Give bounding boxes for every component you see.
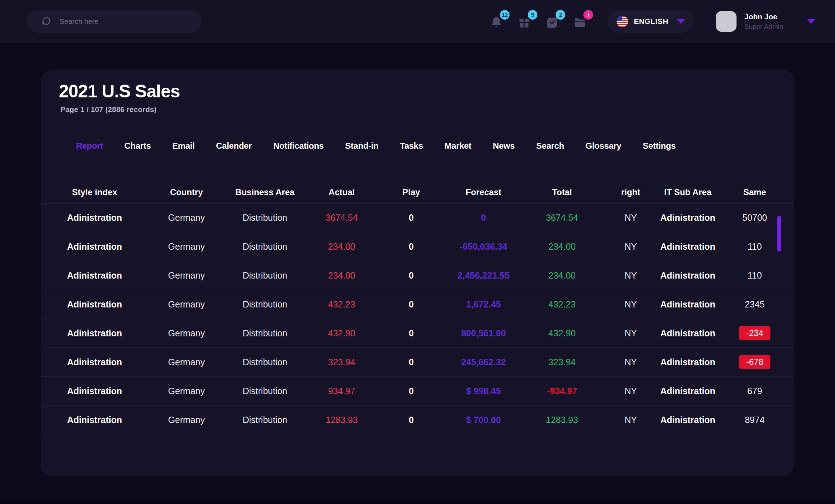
cell-style-index: Adinistration [41, 241, 148, 252]
check-square-button[interactable]: 2 [545, 14, 561, 29]
search-input[interactable] [59, 17, 189, 26]
tab-settings[interactable]: Settings [643, 141, 675, 151]
cell-forecast: $ 998.45 [444, 386, 523, 396]
chevron-down-icon [677, 19, 685, 24]
user-menu[interactable]: John Joe Super Admin [716, 11, 815, 32]
cell-country: Germany [148, 241, 225, 252]
cell-it-sub-area: Adinistration [660, 415, 715, 425]
cell-play: 0 [378, 213, 444, 223]
cell-total: 432.23 [523, 299, 601, 310]
cell-forecast: -650,036.34 [444, 241, 523, 252]
cell-country: Germany [148, 386, 225, 396]
cell-actual: 432.90 [305, 328, 378, 338]
cell-it-sub-area: Adinistration [660, 386, 715, 396]
table-row[interactable]: AdinistrationGermanyDistribution323.9402… [41, 348, 794, 377]
column-header-forecast: Forecast [444, 187, 523, 197]
cell-play: 0 [378, 270, 444, 281]
language-label: ENGLISH [634, 17, 668, 26]
cell-actual: 323.94 [305, 357, 378, 367]
tab-news[interactable]: News [493, 141, 515, 151]
cell-forecast: 1,672.45 [444, 299, 523, 310]
cell-actual: 234.00 [305, 241, 378, 252]
cell-same: 110 [715, 241, 794, 252]
column-header-play: Play [378, 187, 444, 197]
cell-business-area: Distribution [225, 357, 305, 367]
cell-forecast: 245,662.32 [444, 357, 523, 367]
cell-right: NY [601, 328, 660, 338]
cell-country: Germany [148, 270, 225, 281]
column-header-style-index: Style index [41, 187, 148, 197]
table-row[interactable]: AdinistrationGermanyDistribution3674.540… [41, 203, 794, 232]
cell-same: 2345 [715, 299, 794, 310]
column-header-same: Same [715, 187, 794, 197]
cell-business-area: Distribution [225, 213, 305, 223]
user-text: John Joe Super Admin [744, 12, 791, 31]
notification-badge: 2 [556, 10, 565, 20]
table-row[interactable]: AdinistrationGermanyDistribution234.0002… [41, 261, 794, 290]
tab-notifications[interactable]: Notifications [273, 141, 324, 151]
cell-style-index: Adinistration [41, 328, 148, 338]
cell-same: 110 [715, 270, 794, 281]
chevron-down-icon [807, 19, 815, 24]
cell-total: 3674.54 [523, 213, 601, 223]
bottom-strip [0, 500, 835, 504]
column-header-it-sub-area: IT Sub Area [660, 187, 715, 197]
cell-style-index: Adinistration [41, 270, 148, 281]
us-flag-icon [617, 16, 628, 27]
search-bar[interactable] [27, 10, 202, 33]
tab-report[interactable]: Report [76, 141, 103, 151]
content-card: 2021 U.S Sales Page 1 / 107 (2886 record… [41, 70, 794, 476]
table-row[interactable]: AdinistrationGermanyDistribution1283.930… [41, 406, 794, 434]
cell-business-area: Distribution [225, 241, 305, 252]
tab-bar: ReportChartsEmailCalenderNotificationsSt… [76, 141, 675, 151]
topbar: 1252! ENGLISH John Joe Super Admin [0, 0, 835, 43]
column-header-country: Country [148, 187, 225, 197]
bell-button[interactable]: 12 [490, 14, 505, 29]
cell-total: 234.00 [523, 241, 601, 252]
cell-same: -678 [715, 355, 794, 369]
cell-style-index: Adinistration [41, 299, 148, 310]
tab-glossary[interactable]: Glossary [586, 141, 621, 151]
tab-stand-in[interactable]: Stand-in [345, 141, 379, 151]
cell-forecast: 800,561.00 [444, 328, 523, 338]
cell-total: 1283.93 [523, 415, 601, 425]
tab-search[interactable]: Search [536, 141, 564, 151]
cell-country: Germany [148, 357, 225, 367]
cell-play: 0 [378, 299, 444, 310]
cell-forecast: $ 700.00 [444, 415, 523, 425]
folder-button[interactable]: ! [573, 14, 589, 29]
cell-business-area: Distribution [225, 270, 305, 281]
cell-play: 0 [378, 357, 444, 367]
user-role: Super Admin [744, 23, 791, 31]
table-row[interactable]: AdinistrationGermanyDistribution234.000-… [41, 232, 794, 261]
cell-play: 0 [378, 386, 444, 396]
cell-actual: 3674.54 [305, 213, 378, 223]
cell-right: NY [601, 357, 660, 367]
cell-it-sub-area: Adinistration [660, 213, 715, 223]
column-header-business-area: Business Area [225, 187, 305, 197]
cell-forecast: 2,456,221.55 [444, 270, 523, 281]
cell-it-sub-area: Adinistration [660, 299, 715, 310]
scrollbar-thumb[interactable] [777, 216, 781, 251]
table-row[interactable]: AdinistrationGermanyDistribution432.9008… [41, 319, 794, 348]
cell-play: 0 [378, 415, 444, 425]
cell-country: Germany [148, 213, 225, 223]
table-header: Style indexCountryBusiness AreaActualPla… [41, 181, 794, 204]
column-header-right: right [601, 187, 660, 197]
notification-badge: ! [583, 10, 593, 20]
cell-business-area: Distribution [225, 386, 305, 396]
tab-calender[interactable]: Calender [216, 141, 252, 151]
tab-tasks[interactable]: Tasks [400, 141, 423, 151]
gift-button[interactable]: 5 [517, 14, 533, 29]
cell-same: 8974 [715, 415, 794, 425]
cell-total: 323.94 [523, 357, 601, 367]
cell-right: NY [601, 241, 660, 252]
table-row[interactable]: AdinistrationGermanyDistribution432.2301… [41, 290, 794, 319]
tab-email[interactable]: Email [172, 141, 195, 151]
tab-charts[interactable]: Charts [125, 141, 151, 151]
table-row[interactable]: AdinistrationGermanyDistribution934.970$… [41, 377, 794, 406]
cell-actual: 432.23 [305, 299, 378, 310]
language-selector[interactable]: ENGLISH [607, 10, 694, 33]
topbar-divider [705, 7, 705, 35]
tab-market[interactable]: Market [444, 141, 471, 151]
